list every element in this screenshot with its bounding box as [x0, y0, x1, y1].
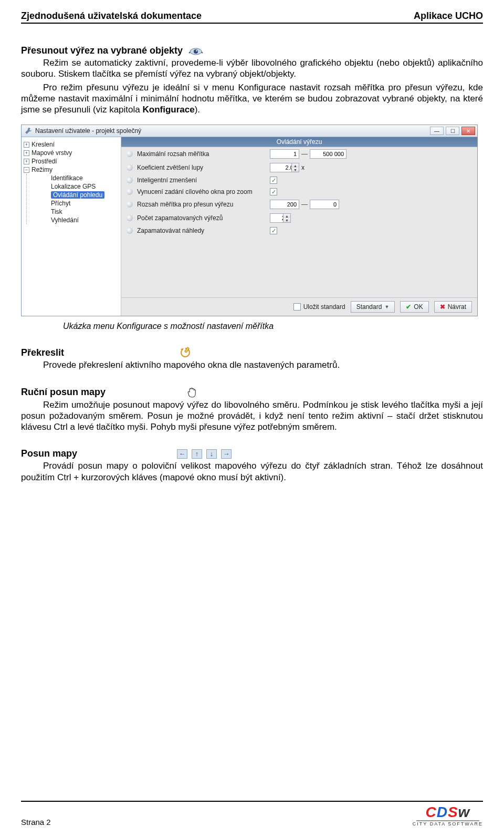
paragraph: Režim umožňuje posunout mapový výřez do …	[21, 399, 483, 433]
eye-icon	[188, 45, 204, 56]
cancel-button[interactable]: ✖Návrat	[434, 301, 472, 313]
tree-subitem[interactable]: Vyhledání	[51, 216, 79, 224]
ok-button[interactable]: ✔OK	[400, 301, 428, 313]
redraw-icon	[180, 347, 191, 358]
bullet-icon	[127, 201, 133, 208]
prop-label: Počet zapamatovaných výřezů	[137, 214, 266, 222]
svg-point-2	[196, 50, 197, 51]
section-title-prekreslit: Překreslit	[21, 347, 64, 358]
section-title-presunout: Přesunout výřez na vybrané objekty	[21, 45, 183, 56]
prop-label: Zapamatovávat náhledy	[137, 227, 266, 234]
scale-min-input[interactable]	[270, 149, 299, 159]
settings-tree[interactable]: +Kreslení +Mapové vrstvy +Prostředí −Rež…	[22, 137, 121, 316]
section-title-rucni-posun: Ruční posun mapy	[21, 387, 106, 398]
paragraph: Pro režim přesunu výřezu je ideální si v…	[21, 82, 483, 116]
svg-point-1	[194, 49, 198, 54]
prop-label: Koeficient zvětšení lupy	[137, 164, 266, 171]
move-scale-max-input[interactable]	[310, 200, 339, 209]
tree-item[interactable]: Režimy	[32, 166, 52, 173]
section-title-posun-mapy: Posun mapy	[21, 448, 77, 459]
tree-subitem-selected[interactable]: Ovládání pohledu	[51, 191, 104, 199]
scale-max-input[interactable]	[310, 149, 346, 159]
bullet-icon	[127, 164, 133, 171]
page-number: Strana 2	[21, 818, 51, 826]
wrench-icon	[25, 127, 32, 135]
remember-thumbs-checkbox[interactable]: ✓	[270, 227, 277, 234]
tree-item[interactable]: Prostředí	[32, 158, 57, 165]
props-panel-title: Ovládání výřezu	[121, 137, 477, 147]
bullet-icon	[127, 177, 133, 183]
hand-icon	[187, 387, 197, 398]
close-button[interactable]: ✕	[461, 127, 475, 135]
bullet-icon	[127, 228, 133, 234]
paragraph: Režim se automaticky zaktivní, provedeme…	[21, 57, 483, 80]
move-scale-min-input[interactable]	[270, 200, 299, 209]
settings-dialog: Nastavení uživatele - projekt společný —…	[21, 125, 478, 316]
tree-subitem[interactable]: Příchyt	[51, 200, 70, 207]
tree-subitem[interactable]: Lokalizace GPS	[51, 183, 96, 190]
standard-dropdown[interactable]: Standard▼	[351, 301, 395, 313]
doc-header: Zjednodušená uživatelská dokumentace Apl…	[21, 11, 483, 24]
doc-header-right: Aplikace UCHO	[414, 11, 483, 22]
doc-header-left: Zjednodušená uživatelská dokumentace	[21, 11, 202, 22]
force-target-checkbox[interactable]: ✓	[270, 188, 277, 195]
bullet-icon	[127, 151, 133, 157]
tree-subitem[interactable]: Identifikace	[51, 174, 83, 182]
smart-shrink-checkbox[interactable]: ✓	[270, 177, 277, 184]
figure-caption: Ukázka menu Konfigurace s možností nasta…	[63, 322, 483, 331]
doc-footer: Strana 2 CDSw CITY DATA SOFTWARE	[21, 801, 483, 826]
bullet-icon	[127, 189, 133, 195]
save-standard-checkbox[interactable]: ✓	[293, 303, 301, 311]
minimize-button[interactable]: —	[430, 127, 444, 135]
paragraph: Provádí posun mapy o poloviční velikost …	[21, 460, 483, 483]
arrow-right-icon: →	[221, 449, 232, 459]
paragraph: Provede překreslení aktivního mapového o…	[21, 359, 483, 370]
dialog-titlebar: Nastavení uživatele - projekt společný —…	[22, 125, 477, 137]
prop-label: Vynucení zadání cílového okna pro zoom	[137, 188, 266, 195]
bullet-icon	[127, 215, 133, 221]
dialog-footer: ✓Uložit standard Standard▼ ✔OK ✖Návrat	[121, 297, 477, 316]
tree-subitem[interactable]: Tisk	[51, 208, 62, 215]
arrow-down-icon: ↓	[206, 449, 217, 459]
arrow-buttons-icon: ← ↑ ↓ →	[177, 449, 232, 459]
tree-item[interactable]: Mapové vrstvy	[32, 149, 72, 157]
arrow-left-icon: ←	[177, 449, 187, 459]
arrow-up-icon: ↑	[192, 449, 202, 459]
prop-label: Inteligentní zmenšení	[137, 177, 266, 184]
tree-item[interactable]: Kreslení	[32, 141, 55, 148]
maximize-button[interactable]: ☐	[446, 127, 459, 135]
prop-label: Rozsah měřítka pro přesun výřezu	[137, 201, 266, 208]
dialog-title: Nastavení uživatele - projekt společný	[35, 127, 141, 135]
prop-label: Maximální rozsah měřítka	[137, 150, 266, 158]
cdsw-logo: CDSw CITY DATA SOFTWARE	[413, 805, 483, 826]
